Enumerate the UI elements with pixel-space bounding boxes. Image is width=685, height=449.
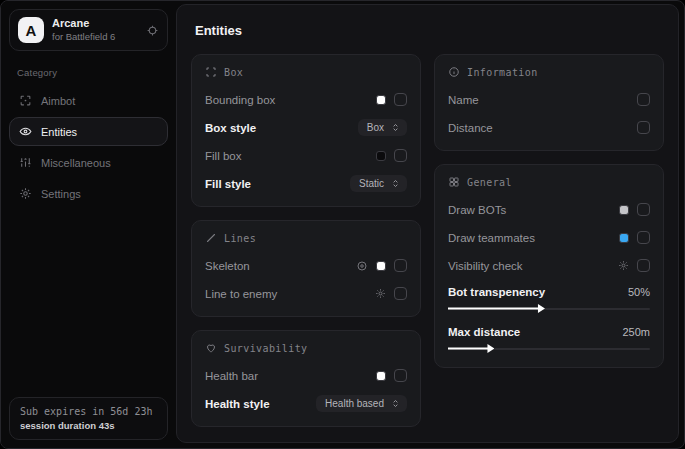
health-bar-checkbox[interactable] [394, 369, 407, 382]
setting-row: Visibility check [448, 255, 650, 276]
skeleton-checkbox[interactable] [394, 259, 407, 272]
line-icon [205, 232, 217, 244]
brand-gear-icon[interactable] [146, 24, 159, 37]
sliders-icon [19, 156, 32, 169]
sidebar-item-entities[interactable]: Entities [9, 117, 168, 146]
panel-box: Box Bounding box Box style Box [191, 54, 421, 207]
crosshair-icon [19, 94, 32, 107]
chevrons-up-down-icon [391, 179, 400, 188]
fill-style-dropdown[interactable]: Static [350, 175, 407, 192]
setting-row: Health bar [205, 365, 407, 386]
bot-transparency-slider[interactable] [448, 304, 650, 313]
max-distance-slider[interactable] [448, 344, 650, 353]
setting-row: Health style Health based [205, 393, 407, 414]
chevrons-up-down-icon [391, 123, 400, 132]
heart-icon [205, 342, 217, 354]
panel-title: Box [224, 67, 243, 78]
color-swatch[interactable] [619, 205, 629, 215]
gear-icon [19, 187, 32, 200]
setting-row: Skeleton [205, 255, 407, 276]
health-style-dropdown[interactable]: Health based [316, 395, 407, 412]
setting-row: Draw teammates [448, 227, 650, 248]
slider-value: 50% [628, 286, 650, 298]
slider-value: 250m [622, 326, 650, 338]
gear-icon[interactable] [618, 260, 629, 271]
panel-lines: Lines Skeleton Line to enemy [191, 220, 421, 317]
slider-fill [448, 304, 545, 313]
slider-fill [448, 344, 494, 353]
setting-row: Bounding box [205, 89, 407, 110]
fill-box-checkbox[interactable] [394, 149, 407, 162]
color-swatch[interactable] [376, 151, 386, 161]
draw-bots-checkbox[interactable] [637, 203, 650, 216]
panel-general: General Draw BOTs Draw teammates [434, 164, 664, 368]
sub-expiry-text: Sub expires in 56d 23h [20, 406, 157, 417]
panel-title: Information [467, 67, 538, 78]
color-swatch[interactable] [376, 95, 386, 105]
setting-row: Fill style Static [205, 173, 407, 194]
visibility-icon[interactable] [356, 260, 368, 272]
eye-icon [19, 125, 32, 138]
sidebar-item-label: Miscellaneous [41, 157, 111, 169]
app-logo: A [18, 17, 44, 43]
line-to-enemy-checkbox[interactable] [394, 287, 407, 300]
panel-information: Information Name Distance [434, 54, 664, 151]
name-checkbox[interactable] [637, 93, 650, 106]
draw-teammates-checkbox[interactable] [637, 231, 650, 244]
panel-title: Survivability [224, 343, 307, 354]
color-swatch[interactable] [376, 261, 386, 271]
setting-row: Name [448, 89, 650, 110]
sidebar-item-label: Aimbot [41, 95, 75, 107]
sidebar-item-settings[interactable]: Settings [9, 179, 168, 208]
page-title: Entities [195, 23, 664, 38]
panel-survivability: Survivability Health bar Health style He… [191, 330, 421, 427]
session-duration-text: session duration 43s [20, 420, 157, 431]
main-content: Entities Box Bounding box [176, 4, 679, 443]
sidebar-item-aimbot[interactable]: Aimbot [9, 86, 168, 115]
app-title: Arcane [52, 17, 138, 31]
sidebar-item-miscellaneous[interactable]: Miscellaneous [9, 148, 168, 177]
distance-checkbox[interactable] [637, 121, 650, 134]
setting-row: Distance [448, 117, 650, 138]
app-subtitle: for Battlefield 6 [52, 31, 138, 43]
panel-title: General [467, 177, 512, 188]
setting-slider: Max distance 250m [448, 323, 650, 353]
info-icon [448, 66, 460, 78]
grid-icon [448, 176, 460, 188]
setting-row: Box style Box [205, 117, 407, 138]
sidebar: A Arcane for Battlefield 6 Category Aimb… [1, 1, 176, 448]
brand-card: A Arcane for Battlefield 6 [9, 9, 168, 51]
panel-title: Lines [224, 233, 256, 244]
chevrons-up-down-icon [391, 399, 400, 408]
box-corners-icon [205, 66, 217, 78]
visibility-check-checkbox[interactable] [637, 259, 650, 272]
sidebar-item-label: Settings [41, 188, 81, 200]
category-label: Category [17, 67, 168, 78]
setting-row: Draw BOTs [448, 199, 650, 220]
gear-icon[interactable] [375, 288, 386, 299]
setting-row: Line to enemy [205, 283, 407, 304]
setting-row: Fill box [205, 145, 407, 166]
box-style-dropdown[interactable]: Box [358, 119, 407, 136]
app-window: A Arcane for Battlefield 6 Category Aimb… [0, 0, 685, 449]
setting-slider: Bot transpenency 50% [448, 283, 650, 313]
color-swatch[interactable] [376, 371, 386, 381]
subscription-card: Sub expires in 56d 23h session duration … [9, 397, 168, 440]
color-swatch[interactable] [619, 233, 629, 243]
bounding-box-checkbox[interactable] [394, 93, 407, 106]
sidebar-item-label: Entities [41, 126, 77, 138]
